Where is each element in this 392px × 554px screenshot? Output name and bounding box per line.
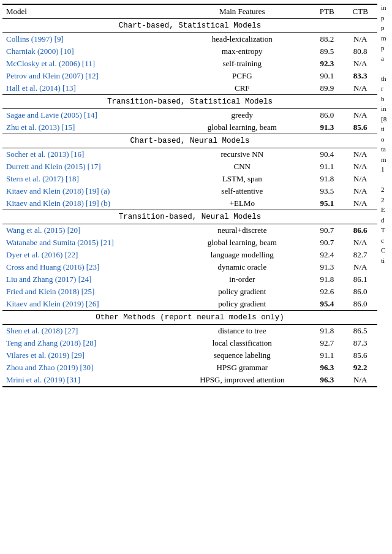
- ctb-score: 80.8: [343, 45, 377, 58]
- model-features: max-entropy: [173, 45, 311, 58]
- ctb-score: N/A: [343, 261, 377, 273]
- model-name[interactable]: Watanabe and Sumita (2015) [21]: [2, 237, 173, 249]
- model-name[interactable]: McClosky et al. (2006) [11]: [2, 58, 173, 70]
- ctb-score: 85.6: [343, 121, 377, 134]
- model-features: LSTM, span: [173, 173, 311, 185]
- section-header-4: Other Methods (report neural models only…: [2, 311, 377, 325]
- table-row: Durrett and Klein (2015) [17]CNN91.1N/A: [2, 161, 377, 173]
- model-features: self-training: [173, 58, 311, 70]
- table-row: Zhou and Zhao (2019) [30]HPSG grammar96.…: [2, 362, 377, 374]
- ctb-score: 87.3: [343, 337, 377, 349]
- table-row: Teng and Zhang (2018) [28]local classifi…: [2, 337, 377, 349]
- model-name[interactable]: Charniak (2000) [10]: [2, 45, 173, 58]
- table-row: Mrini et al. (2019) [31]HPSG, improved a…: [2, 374, 377, 387]
- model-features: greedy: [173, 109, 311, 122]
- table-row: Collins (1997) [9]head-lexicalization88.…: [2, 33, 377, 46]
- model-name[interactable]: Petrov and Klein (2007) [12]: [2, 70, 173, 82]
- model-name[interactable]: Hall et al. (2014) [13]: [2, 82, 173, 95]
- model-features: recursive NN: [173, 148, 311, 161]
- model-name[interactable]: Kitaev and Klein (2019) [26]: [2, 298, 173, 311]
- model-name[interactable]: Cross and Huang (2016) [23]: [2, 261, 173, 273]
- ptb-score: 96.3: [311, 362, 343, 374]
- comparison-table: Model Main Features PTB CTB Chart-based,…: [2, 4, 377, 387]
- model-name[interactable]: Shen et al. (2018) [27]: [2, 325, 173, 338]
- ptb-score: 95.4: [311, 298, 343, 311]
- section-title-2: Chart-based, Neural Models: [2, 134, 377, 148]
- table-row: Wang et al. (2015) [20]neural+discrete90…: [2, 224, 377, 237]
- ptb-score: 89.5: [311, 45, 343, 58]
- model-features: neural+discrete: [173, 224, 311, 237]
- model-name[interactable]: Durrett and Klein (2015) [17]: [2, 161, 173, 173]
- model-features: head-lexicalization: [173, 33, 311, 46]
- ptb-score: 91.3: [311, 261, 343, 273]
- model-features: in-order: [173, 273, 311, 286]
- page: Model Main Features PTB CTB Chart-based,…: [0, 0, 392, 387]
- model-name[interactable]: Sagae and Lavie (2005) [14]: [2, 109, 173, 122]
- table-row: Kitaev and Klein (2019) [26]policy gradi…: [2, 298, 377, 311]
- section-title-4: Other Methods (report neural models only…: [2, 311, 377, 325]
- model-name[interactable]: Vilares et al. (2019) [29]: [2, 349, 173, 362]
- table-row: Watanabe and Sumita (2015) [21]global le…: [2, 237, 377, 249]
- model-features: sequence labeling: [173, 349, 311, 362]
- table-row: Charniak (2000) [10]max-entropy89.580.8: [2, 45, 377, 58]
- model-name[interactable]: Zhou and Zhao (2019) [30]: [2, 362, 173, 374]
- ctb-score: 86.6: [343, 224, 377, 237]
- ptb-score: 88.2: [311, 33, 343, 46]
- ctb-score: N/A: [343, 173, 377, 185]
- right-sidebar: inppmpathrbin[8tiotam122EdTcCti: [380, 0, 392, 387]
- table-row: Kitaev and Klein (2018) [19] (b)+ELMo95.…: [2, 197, 377, 210]
- ptb-score: 89.9: [311, 82, 343, 95]
- model-features: PCFG: [173, 70, 311, 82]
- table-row: Stern et al. (2017) [18]LSTM, span91.8N/…: [2, 173, 377, 185]
- ptb-score: 90.7: [311, 224, 343, 237]
- model-name[interactable]: Socher et al. (2013) [16]: [2, 148, 173, 161]
- model-name[interactable]: Kitaev and Klein (2018) [19] (b): [2, 197, 173, 210]
- table-row: Dyer et al. (2016) [22]language modellin…: [2, 249, 377, 261]
- ptb-score: 92.3: [311, 58, 343, 70]
- ptb-score: 91.8: [311, 325, 343, 338]
- table-row: Cross and Huang (2016) [23]dynamic oracl…: [2, 261, 377, 273]
- section-title-1: Transition-based, Statistical Models: [2, 95, 377, 109]
- model-features: global learning, beam: [173, 121, 311, 134]
- ptb-score: 91.8: [311, 173, 343, 185]
- model-name[interactable]: Mrini et al. (2019) [31]: [2, 374, 173, 387]
- ctb-score: N/A: [343, 237, 377, 249]
- table-row: Hall et al. (2014) [13]CRF89.9N/A: [2, 82, 377, 95]
- right-column-text: inppmpathrbin[8tiotam122EdTcCti: [381, 2, 391, 265]
- model-features: global learning, beam: [173, 237, 311, 249]
- table-row: McClosky et al. (2006) [11]self-training…: [2, 58, 377, 70]
- model-name[interactable]: Liu and Zhang (2017) [24]: [2, 273, 173, 286]
- model-features: dynamic oracle: [173, 261, 311, 273]
- ptb-score: 90.1: [311, 70, 343, 82]
- ctb-score: N/A: [343, 148, 377, 161]
- model-name[interactable]: Kitaev and Klein (2018) [19] (a): [2, 185, 173, 197]
- ptb-score: 91.1: [311, 161, 343, 173]
- ptb-score: 90.4: [311, 148, 343, 161]
- ptb-score: 92.4: [311, 249, 343, 261]
- model-name[interactable]: Zhu et al. (2013) [15]: [2, 121, 173, 134]
- ptb-score: 91.8: [311, 273, 343, 286]
- ctb-score: N/A: [343, 185, 377, 197]
- col-header-ctb: CTB: [343, 4, 377, 19]
- table-row: Petrov and Klein (2007) [12]PCFG90.183.3: [2, 70, 377, 82]
- table-row: Liu and Zhang (2017) [24]in-order91.886.…: [2, 273, 377, 286]
- ptb-score: 92.7: [311, 337, 343, 349]
- model-features: language modelling: [173, 249, 311, 261]
- table-row: Fried and Klein (2018) [25]policy gradie…: [2, 286, 377, 298]
- model-name[interactable]: Collins (1997) [9]: [2, 33, 173, 46]
- ctb-score: 86.5: [343, 325, 377, 338]
- col-header-features: Main Features: [173, 4, 311, 19]
- model-name[interactable]: Fried and Klein (2018) [25]: [2, 286, 173, 298]
- table-row: Vilares et al. (2019) [29]sequence label…: [2, 349, 377, 362]
- ctb-score: 83.3: [343, 70, 377, 82]
- table-row: Sagae and Lavie (2005) [14]greedy86.0N/A: [2, 109, 377, 122]
- ptb-score: 90.7: [311, 237, 343, 249]
- model-features: local classification: [173, 337, 311, 349]
- model-name[interactable]: Wang et al. (2015) [20]: [2, 224, 173, 237]
- model-name[interactable]: Teng and Zhang (2018) [28]: [2, 337, 173, 349]
- model-name[interactable]: Dyer et al. (2016) [22]: [2, 249, 173, 261]
- table-row: Shen et al. (2018) [27]distance to tree9…: [2, 325, 377, 338]
- table-row: Zhu et al. (2013) [15]global learning, b…: [2, 121, 377, 134]
- model-name[interactable]: Stern et al. (2017) [18]: [2, 173, 173, 185]
- table-row: Kitaev and Klein (2018) [19] (a)self-att…: [2, 185, 377, 197]
